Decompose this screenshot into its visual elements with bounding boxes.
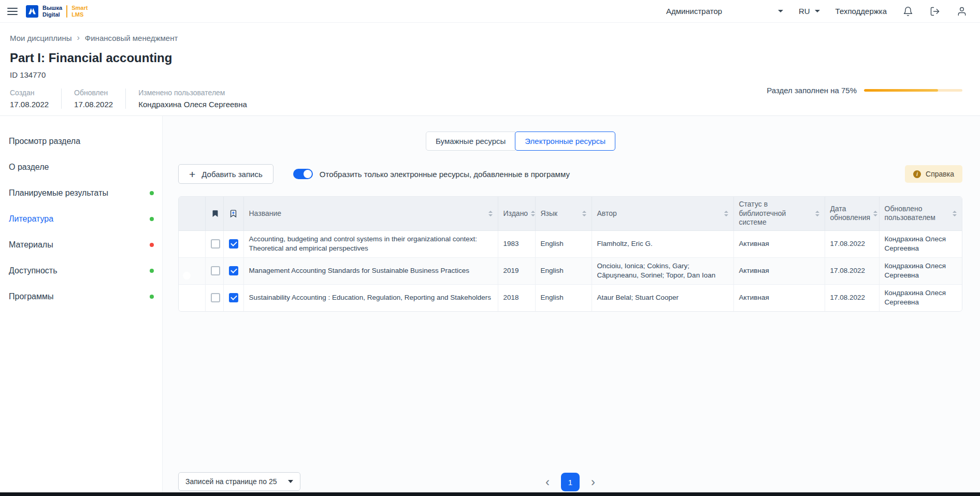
logout-icon[interactable]	[929, 6, 941, 17]
menu-icon[interactable]	[7, 8, 18, 15]
column-header-update-date[interactable]: Дата обновления	[825, 197, 879, 230]
column-label: Название	[249, 209, 282, 218]
section-id: ID 134770	[10, 70, 980, 79]
page: Вышка Digital Smart LMS Администратор RU…	[0, 0, 980, 496]
resource-updated-by: Кондрахина Олеся Сергеевна	[879, 257, 962, 284]
sort-icon[interactable]	[873, 211, 877, 216]
user-profile-icon[interactable]	[956, 6, 968, 17]
tab-electronic-resources[interactable]: Электронные ресурсы	[515, 132, 615, 151]
resource-status: Активная	[733, 284, 825, 311]
resource-tabs: Бумажные ресурсы Электронные ресурсы	[128, 132, 913, 151]
main-content: Бумажные ресурсы Электронные ресурсы + Д…	[163, 116, 980, 492]
language-label: RU	[799, 7, 810, 16]
sort-icon[interactable]	[724, 211, 728, 216]
resource-updated: 17.08.2022	[825, 230, 879, 257]
column-header-updated-by[interactable]: Обновлено пользователем	[879, 197, 962, 230]
table-row: Sustainability Accounting : Education, R…	[179, 284, 962, 311]
column-label: Дата обновления	[830, 205, 871, 223]
sidebar-item-accessibility[interactable]: Доступность	[0, 258, 162, 284]
brand-product: Smart LMS	[71, 5, 88, 18]
sort-icon[interactable]	[953, 211, 957, 216]
sidebar-item-label: Материалы	[9, 240, 53, 250]
meta-label: Создан	[10, 89, 49, 97]
page-title: Part I: Financial accounting	[10, 51, 980, 65]
topbar: Вышка Digital Smart LMS Администратор RU…	[0, 0, 980, 23]
breadcrumb: Мои дисциплины › Финансовый менеджмент	[10, 33, 980, 42]
chevron-down-icon	[815, 10, 820, 12]
sidebar-item-label: О разделе	[9, 163, 49, 172]
page-size-label: Записей на странице по 25	[185, 477, 277, 486]
resource-author: Oncioiu, Ionica; Cokins, Gary; Căpuşnean…	[592, 257, 733, 284]
chevron-right-icon: ›	[77, 33, 79, 42]
column-header-author[interactable]: Автор	[592, 197, 733, 230]
filter-toggle[interactable]	[293, 169, 313, 179]
resource-title: Accounting, budgeting and control system…	[243, 230, 498, 257]
brand-logo-block[interactable]: Вышка Digital Smart LMS	[26, 5, 88, 18]
sidebar-item-materials[interactable]: Материалы	[0, 232, 162, 258]
sidebar-item-planned-results[interactable]: Планируемые результаты	[0, 180, 162, 206]
column-label: Автор	[597, 209, 617, 218]
hse-logo-icon	[26, 5, 38, 18]
chevron-down-icon	[778, 10, 783, 12]
notifications-bell-icon[interactable]	[902, 6, 914, 17]
column-enabled	[179, 197, 205, 230]
sort-icon[interactable]	[531, 211, 535, 216]
progress-label: Раздел заполнен на 75%	[767, 86, 857, 95]
caret-down-icon	[288, 480, 293, 483]
sidebar-item-label: Доступность	[9, 266, 57, 275]
column-bookmark	[205, 197, 223, 230]
in-program-checkbox[interactable]	[229, 266, 238, 275]
bookmark-checkbox[interactable]	[211, 293, 220, 302]
prev-page-icon[interactable]: ‹	[544, 476, 551, 488]
meta-label: Изменено пользователем	[138, 89, 247, 97]
resources-table: Название Издано Язык Автор	[178, 196, 962, 312]
resource-author: Flamholtz, Eric G.	[592, 230, 733, 257]
in-program-checkbox[interactable]	[229, 293, 238, 302]
meta-updated: Обновлен 17.08.2022	[61, 89, 125, 109]
resource-language: English	[535, 230, 592, 257]
bookmark-checkbox[interactable]	[211, 239, 220, 249]
tab-paper-resources[interactable]: Бумажные ресурсы	[426, 132, 515, 151]
column-in-program	[223, 197, 243, 230]
breadcrumb-discipline[interactable]: Финансовый менеджмент	[85, 34, 178, 42]
column-header-status[interactable]: Статус в библиотечной системе	[733, 197, 825, 230]
next-page-icon[interactable]: ›	[590, 476, 596, 488]
sort-icon[interactable]	[582, 211, 586, 216]
info-icon: i	[913, 170, 921, 178]
brand-divider	[66, 5, 67, 18]
role-dropdown[interactable]: Администратор	[666, 7, 783, 16]
breadcrumb-my-disciplines[interactable]: Мои дисциплины	[10, 34, 71, 42]
resource-year: 2018	[498, 284, 535, 311]
progress-bar	[864, 89, 962, 92]
filter-toggle-label: Отобразить только электронные ресурсы, д…	[320, 170, 570, 179]
bookmark-checkbox[interactable]	[211, 266, 220, 275]
add-record-button[interactable]: + Добавить запись	[178, 164, 273, 184]
in-program-checkbox[interactable]	[229, 239, 238, 249]
sort-icon[interactable]	[815, 211, 819, 216]
progress-fill	[864, 89, 938, 92]
sidebar-item-about-section[interactable]: О разделе	[0, 154, 162, 180]
meta-value: 17.08.2022	[10, 100, 49, 109]
page-header: Мои дисциплины › Финансовый менеджмент P…	[0, 23, 980, 116]
sidebar-item-literature[interactable]: Литература	[0, 206, 162, 232]
page-size-select[interactable]: Записей на странице по 25	[178, 472, 300, 491]
status-dot-green	[150, 269, 154, 273]
bottom-edge-bar	[0, 492, 980, 496]
meta-label: Обновлен	[74, 89, 113, 97]
column-header-language[interactable]: Язык	[535, 197, 592, 230]
meta-value: Кондрахина Олеся Сергеевна	[138, 100, 247, 109]
sort-icon[interactable]	[488, 211, 493, 216]
support-link[interactable]: Техподдержка	[835, 7, 887, 16]
resource-author: Ataur Belal; Stuart Cooper	[592, 284, 733, 311]
language-dropdown[interactable]: RU	[799, 7, 820, 16]
status-dot-green	[150, 217, 154, 221]
column-header-published[interactable]: Издано	[498, 197, 535, 230]
help-button[interactable]: i Справка	[905, 165, 962, 183]
page-1-button[interactable]: 1	[561, 473, 580, 491]
resource-year: 1983	[498, 230, 535, 257]
meta-value: 17.08.2022	[74, 100, 113, 109]
column-label: Обновлено пользователем	[885, 205, 950, 223]
column-header-title[interactable]: Название	[243, 197, 498, 230]
sidebar-item-programs[interactable]: Программы	[0, 284, 162, 310]
resource-year: 2019	[498, 257, 535, 284]
